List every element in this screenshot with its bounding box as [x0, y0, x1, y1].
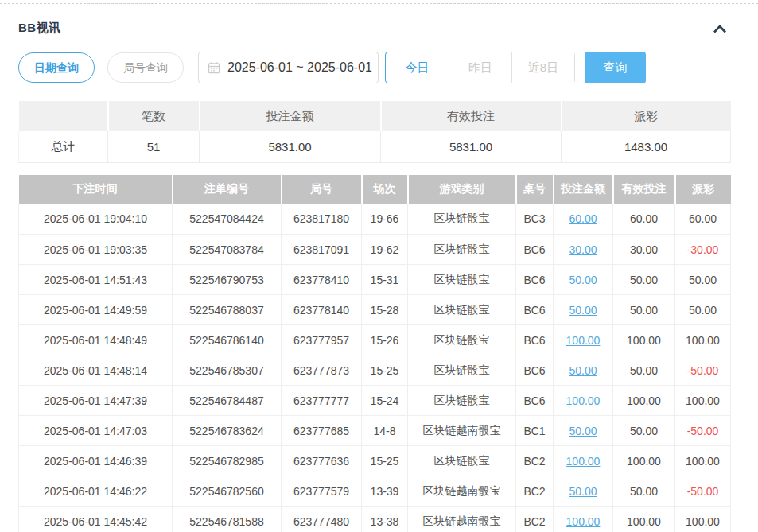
bet-amount-link[interactable]: 100.00 [566, 334, 601, 347]
cell-table-number: BC6 [516, 325, 554, 355]
bet-amount-link[interactable]: 60.00 [569, 212, 597, 225]
cell-payout: 100.00 [675, 507, 731, 532]
table-row: 2025-06-01 14:45:42 522546781588 6237774… [19, 507, 731, 532]
cell-game-type: 区块链骰宝 [408, 204, 516, 235]
panel-header: BB视讯 [18, 21, 730, 36]
cell-bet-amount: 50.00 [554, 265, 613, 295]
table-row: 2025-06-01 14:48:14 522546785307 6237778… [19, 355, 731, 386]
cell-game-type: 区块链骰宝 [408, 386, 516, 416]
header-payout: 派彩 [675, 175, 731, 204]
cell-round-number: 623777685 [282, 416, 362, 446]
cell-valid-bet: 50.00 [613, 416, 675, 446]
cell-slip-number: 522546788037 [173, 295, 282, 325]
summary-total-label: 总计 [19, 131, 108, 162]
round-query-tab[interactable]: 局号查询 [107, 52, 184, 83]
summary-header-row: 笔数 投注金额 有效投注 派彩 [19, 101, 731, 131]
quick-range-0[interactable]: 今日 [385, 52, 449, 83]
table-row: 2025-06-01 19:03:35 522547083784 6238170… [19, 235, 731, 265]
cell-payout: 100.00 [675, 386, 731, 416]
cell-table-number: BC2 [516, 507, 554, 532]
cell-bet-amount: 60.00 [554, 204, 613, 235]
cell-table-number: BC6 [516, 265, 554, 295]
header-bet-time: 下注时间 [19, 175, 173, 204]
bet-amount-link[interactable]: 50.00 [569, 485, 597, 498]
cell-game-type: 区块链越南骰宝 [408, 476, 516, 507]
header-valid-bet: 有效投注 [613, 175, 675, 204]
table-row: 2025-06-01 14:46:22 522546782560 6237775… [19, 476, 731, 507]
panel: BB视讯 日期查询 局号查询 2025-06-01 ~ 2025-06-01 [18, 21, 730, 532]
cell-bet-amount: 50.00 [554, 416, 613, 446]
header-game-type: 游戏类别 [408, 175, 516, 204]
cell-payout: -50.00 [675, 476, 731, 507]
cell-table-number: BC2 [516, 446, 554, 476]
cell-bet-amount: 100.00 [554, 325, 613, 355]
cell-session: 13-38 [362, 507, 408, 532]
date-query-tab[interactable]: 日期查询 [18, 52, 95, 83]
cell-valid-bet: 60.00 [613, 204, 675, 235]
cell-game-type: 区块链骰宝 [408, 295, 516, 325]
summary-total-bet-amount: 5831.00 [200, 131, 381, 162]
bet-amount-link[interactable]: 100.00 [566, 515, 601, 528]
bet-amount-link[interactable]: 30.00 [569, 243, 597, 256]
cell-payout: 100.00 [675, 446, 731, 476]
cell-session: 19-62 [362, 235, 408, 265]
cell-slip-number: 522546782985 [173, 446, 282, 476]
table-row: 2025-06-01 14:46:39 522546782985 6237776… [19, 446, 731, 476]
quick-range-2[interactable]: 近8日 [511, 52, 574, 83]
cell-slip-number: 522547083784 [173, 235, 282, 265]
calendar-icon [208, 61, 220, 74]
cell-valid-bet: 100.00 [613, 446, 675, 476]
cell-payout: 50.00 [675, 295, 731, 325]
bet-amount-link[interactable]: 100.00 [566, 455, 601, 468]
table-row: 2025-06-01 14:47:03 522546783624 6237776… [19, 416, 731, 446]
header-table-number: 桌号 [516, 175, 554, 204]
cell-valid-bet: 100.00 [613, 325, 675, 355]
cell-bet-time: 2025-06-01 14:48:49 [19, 325, 173, 355]
cell-payout: 100.00 [675, 325, 731, 355]
summary-total-count: 51 [108, 131, 200, 162]
cell-game-type: 区块链骰宝 [408, 446, 516, 476]
cell-bet-amount: 50.00 [554, 476, 613, 507]
header-session: 场次 [362, 175, 408, 204]
cell-round-number: 623817180 [282, 204, 362, 235]
bet-amount-link[interactable]: 50.00 [569, 304, 597, 316]
cell-table-number: BC6 [516, 235, 554, 265]
cell-bet-time: 2025-06-01 14:46:22 [19, 476, 173, 507]
cell-slip-number: 522546783624 [173, 416, 282, 446]
cell-bet-time: 2025-06-01 19:04:10 [19, 204, 173, 235]
cell-bet-time: 2025-06-01 14:51:43 [19, 265, 173, 295]
bet-amount-link[interactable]: 50.00 [569, 274, 597, 286]
cell-round-number: 623777777 [282, 386, 362, 416]
quick-range-1[interactable]: 昨日 [449, 52, 511, 83]
cell-session: 15-25 [362, 355, 408, 386]
summary-total-row: 总计 51 5831.00 5831.00 1483.00 [19, 131, 731, 162]
table-row: 2025-06-01 14:49:59 522546788037 6237781… [19, 295, 731, 325]
cell-bet-time: 2025-06-01 19:03:35 [19, 235, 173, 265]
cell-round-number: 623777480 [282, 507, 362, 532]
cell-bet-time: 2025-06-01 14:48:14 [19, 355, 173, 386]
date-range-input[interactable]: 2025-06-01 ~ 2025-06-01 [198, 52, 379, 83]
summary-header-blank [19, 101, 108, 131]
search-button[interactable]: 查询 [585, 52, 646, 83]
page: { "panel": { "title": "BB视讯", "collapse_… [0, 0, 758, 532]
cell-payout: 60.00 [675, 204, 731, 235]
cell-valid-bet: 30.00 [613, 235, 675, 265]
cell-bet-amount: 100.00 [554, 386, 613, 416]
cell-bet-time: 2025-06-01 14:45:42 [19, 507, 173, 532]
cell-session: 19-66 [362, 204, 408, 235]
date-range-value: 2025-06-01 ~ 2025-06-01 [227, 60, 372, 75]
bet-amount-link[interactable]: 50.00 [569, 425, 597, 437]
bet-amount-link[interactable]: 100.00 [566, 394, 601, 407]
cell-game-type: 区块链骰宝 [408, 355, 516, 386]
panel-title: BB视讯 [18, 21, 61, 36]
bet-amount-link[interactable]: 50.00 [569, 364, 597, 377]
summary-total-valid-bet: 5831.00 [381, 131, 562, 162]
cell-slip-number: 522546784487 [173, 386, 282, 416]
cell-session: 14-8 [362, 416, 408, 446]
cell-table-number: BC1 [516, 416, 554, 446]
collapse-button[interactable] [709, 22, 730, 35]
cell-valid-bet: 50.00 [613, 265, 675, 295]
cell-valid-bet: 100.00 [613, 386, 675, 416]
cell-slip-number: 522546786140 [173, 325, 282, 355]
quick-range-group: 今日昨日近8日 [385, 52, 575, 83]
